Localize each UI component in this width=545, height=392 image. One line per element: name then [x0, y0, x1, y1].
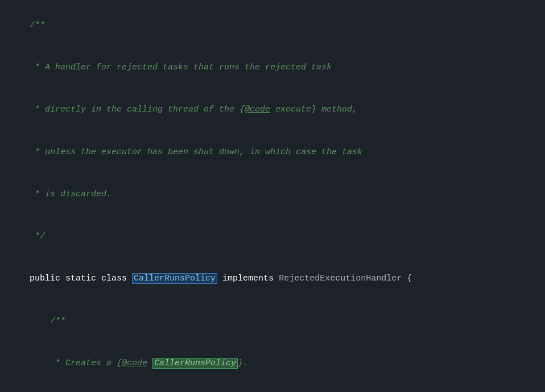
comment-line-3b: execute} method,	[270, 105, 357, 114]
code-line-3: * directly in the calling thread of the …	[0, 89, 545, 131]
comment-close-6: */	[30, 232, 45, 241]
code-line-10: */	[0, 385, 545, 392]
comment-open-8: /**	[30, 316, 65, 326]
code-line-2: * A handler for rejected tasks that runs…	[0, 47, 545, 89]
comment-line-3: * directly in the calling thread of the …	[30, 105, 245, 114]
class-callerrunspolicy-code-tag: CallerRunsPolicy	[152, 358, 238, 369]
comment-line-9b: }.	[238, 358, 248, 368]
code-line-8: /**	[0, 300, 545, 343]
comment-line-9a: * Creates a {	[30, 358, 122, 368]
comment-line-5: * is discarded.	[30, 189, 112, 199]
keyword-static-7: static	[65, 274, 101, 283]
code-line-5: * is discarded.	[0, 174, 545, 216]
code-line-6: */	[0, 216, 545, 258]
interface-name-7: RejectedExecutionHandler {	[279, 274, 412, 283]
keyword-implements-7: implements	[217, 274, 279, 283]
comment-line-2: * A handler for rejected tasks that runs…	[30, 63, 332, 72]
code-line-7: public static class CallerRunsPolicy imp…	[0, 258, 545, 300]
code-line-9: * Creates a {@code CallerRunsPolicy}.	[0, 343, 545, 385]
class-callerrunspolicy-highlighted: CallerRunsPolicy	[132, 273, 217, 284]
code-line-4: * unless the executor has been shut down…	[0, 131, 545, 174]
code-tag-3: @code	[245, 105, 270, 114]
code-line-1: /**	[0, 5, 545, 47]
code-tag-9: @code	[122, 358, 147, 368]
comment-space-9	[147, 358, 152, 368]
comment-line-4: * unless the executor has been shut down…	[30, 147, 362, 157]
keyword-class-7: class	[101, 274, 132, 283]
code-viewer: /** * A handler for rejected tasks that …	[0, 0, 545, 392]
keyword-public-7: public	[30, 274, 65, 283]
comment-open: /**	[30, 20, 45, 30]
